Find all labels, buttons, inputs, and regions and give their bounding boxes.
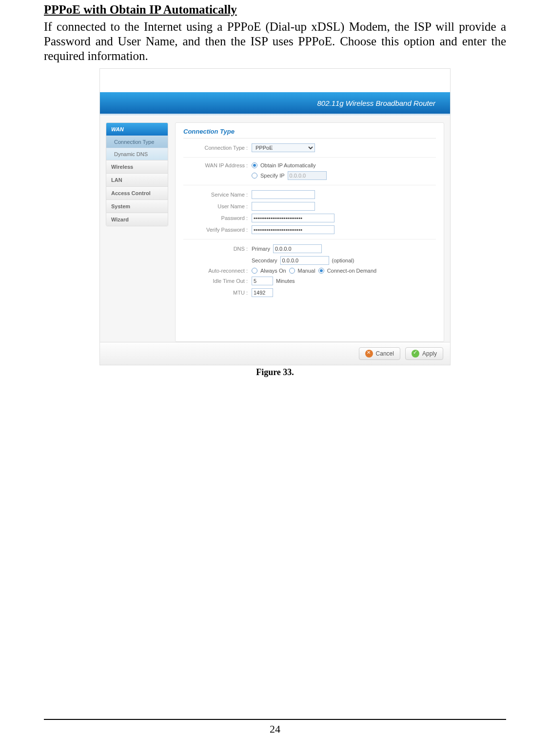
panel-title: Connection Type [183,128,436,139]
label-service-name: Service Name : [183,192,252,198]
sidebar-item-system[interactable]: System [106,199,168,213]
cancel-button[interactable]: Cancel [359,347,400,360]
text-connect-on-demand: Connect-on Demand [327,268,377,274]
input-verify-password[interactable] [252,225,334,234]
label-password: Password : [183,215,252,221]
radio-manual[interactable] [289,268,295,274]
radio-specify-ip[interactable] [252,173,257,179]
sidebar-item-wan[interactable]: WAN [106,123,168,136]
row-connection-type: Connection Type : PPPoE [183,143,436,152]
select-connection-type[interactable]: PPPoE [252,143,315,152]
text-specify-ip: Specify IP [260,173,285,179]
input-dns-primary[interactable] [273,244,322,253]
radio-obtain-ip[interactable] [252,162,257,168]
input-mtu[interactable] [252,288,273,297]
label-dns: DNS : [183,246,252,252]
banner-title: 802.11g Wireless Broadband Router [317,99,435,107]
row-user-name: User Name : [183,202,436,211]
banner: 802.11g Wireless Broadband Router [100,92,450,114]
row-dns-secondary: Secondary (optional) [183,256,436,265]
text-obtain-ip: Obtain IP Automatically [260,162,316,168]
label-verify-password: Verify Password : [183,227,252,233]
row-service-name: Service Name : [183,190,436,199]
input-user-name[interactable] [252,202,315,211]
section-title: PPPoE with Obtain IP Automatically [44,3,506,17]
label-mtu: MTU : [183,290,252,296]
text-dns-optional: (optional) [332,258,354,263]
bottom-bar: Cancel Apply [100,342,450,365]
row-specify-ip: Specify IP [183,171,436,180]
main-panel: Connection Type Connection Type : PPPoE … [175,122,444,342]
divider-2 [183,185,436,185]
row-verify-password: Verify Password : [183,225,436,234]
text-idle-unit: Minutes [276,278,295,284]
apply-icon [412,350,419,358]
row-wan-ip: WAN IP Address : Obtain IP Automatically [183,162,436,168]
sidebar-item-lan[interactable]: LAN [106,173,168,186]
screenshot-body: WAN Connection Type Dynamic DNS Wireless… [100,117,450,342]
page-number: 24 [44,723,506,736]
sidebar-sub-dynamic-dns[interactable]: Dynamic DNS [106,148,168,160]
sidebar-item-access-control[interactable]: Access Control [106,186,168,199]
label-idle-timeout: Idle Time Out : [183,278,252,284]
label-auto-reconnect: Auto-reconnect : [183,268,252,274]
text-dns-secondary: Secondary [252,258,277,263]
label-connection-type: Connection Type : [183,145,252,151]
sidebar-item-wizard[interactable]: Wizard [106,213,168,226]
divider-1 [183,157,436,158]
radio-always-on[interactable] [252,268,257,274]
row-mtu: MTU : [183,288,436,297]
row-idle-timeout: Idle Time Out : Minutes [183,277,436,285]
sidebar-item-wireless[interactable]: Wireless [106,160,168,173]
input-service-name[interactable] [252,190,315,199]
page-footer-rule [44,719,506,720]
label-user-name: User Name : [183,203,252,209]
label-wan-ip: WAN IP Address : [183,162,252,168]
apply-button[interactable]: Apply [405,347,443,360]
sidebar: WAN Connection Type Dynamic DNS Wireless… [106,122,168,226]
section-paragraph: If connected to the Internet using a PPP… [44,20,506,63]
radio-connect-on-demand[interactable] [318,268,324,274]
input-specify-ip[interactable] [288,171,327,180]
figure-wrapper: 802.11g Wireless Broadband Router WAN Co… [44,68,506,378]
row-dns-primary: DNS : Primary [183,244,436,253]
sidebar-sub-connection-type[interactable]: Connection Type [106,136,168,148]
text-manual: Manual [298,268,315,274]
text-always-on: Always On [260,268,286,274]
row-auto-reconnect: Auto-reconnect : Always On Manual Connec… [183,268,436,274]
figure-caption: Figure 33. [44,367,506,378]
cancel-label: Cancel [376,350,394,357]
input-dns-secondary[interactable] [280,256,329,265]
cancel-icon [365,350,373,358]
divider-3 [183,239,436,239]
apply-label: Apply [422,350,437,357]
text-dns-primary: Primary [252,246,270,252]
row-password: Password : [183,214,436,222]
screenshot-top-whitespace [100,69,450,92]
input-idle-timeout[interactable] [252,277,273,285]
input-password[interactable] [252,214,334,222]
router-screenshot: 802.11g Wireless Broadband Router WAN Co… [99,68,451,365]
